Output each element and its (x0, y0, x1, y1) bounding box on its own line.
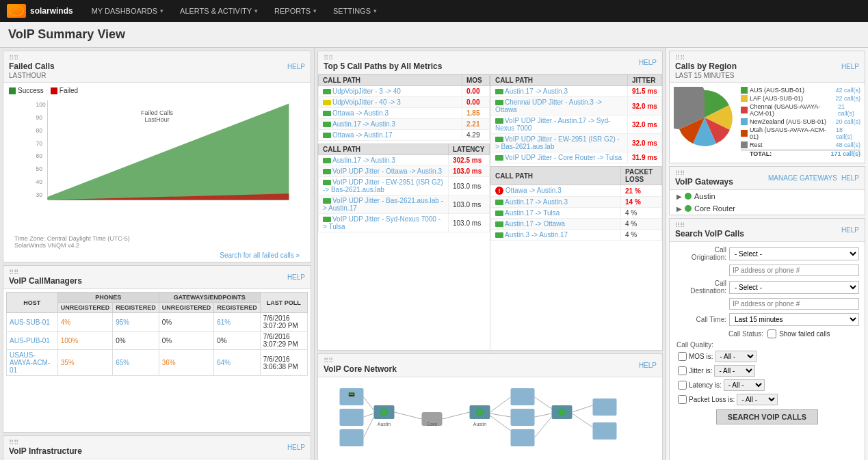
packet-loss-checkbox[interactable] (678, 395, 687, 404)
manage-gateways-link[interactable]: MANAGE GATEWAYS (768, 174, 837, 182)
gateway-expand-arrow[interactable]: ▶ (676, 193, 682, 200)
svg-line-31 (490, 414, 511, 417)
nav-alerts[interactable]: ALERTS & ACTIVITY ▾ (172, 0, 266, 22)
callmanagers-header: ⠿⠿ VoIP CallManagers HELP (3, 266, 311, 289)
path-icon (495, 89, 503, 94)
jitter-value: 32.0 ms (628, 116, 662, 134)
chart-inner-title: Failed CallsLastHour (141, 109, 173, 123)
path-icon (323, 89, 331, 94)
destination-label: CallDestination: (675, 280, 726, 295)
mos-select[interactable]: - All - (715, 351, 757, 362)
gateways-help[interactable]: HELP (841, 174, 859, 182)
path-link[interactable]: UdpVoipJitter - 40 -> 3 (332, 98, 401, 106)
path-link[interactable]: Austin.17 -> Austin.3 (505, 198, 568, 206)
nav-my-dashboards[interactable]: MY DASHBOARDS ▾ (83, 0, 172, 22)
drag-handle[interactable]: ⠿⠿ (324, 357, 397, 364)
host-link[interactable]: USAUS-AVAYA-ACM-01 (10, 351, 50, 374)
path-link[interactable]: UdpVoipJitter - 3 -> 40 (332, 87, 401, 95)
path-link[interactable]: VoIP UDP Jitter - EW-2951 (ISR G2) -> Ba… (323, 178, 443, 193)
drag-handle[interactable]: ⠿⠿ (324, 54, 442, 62)
mos-value: 0.00 (462, 86, 490, 97)
jitter-checkbox[interactable] (678, 366, 687, 375)
gateway-label[interactable]: Austin (694, 192, 715, 200)
latency-checkbox[interactable] (678, 381, 687, 390)
region-dot (741, 107, 748, 113)
path-link[interactable]: Austin.3 -> Austin.17 (505, 231, 568, 239)
path-icon (495, 211, 503, 216)
voip-infra-help[interactable]: HELP (287, 444, 305, 451)
svg-line-39 (535, 414, 552, 417)
drag-handle[interactable]: ⠿⠿ (675, 170, 733, 177)
search-voip-header: ⠿⠿ Search VoIP Calls HELP (670, 219, 865, 242)
gw-reg: 0% (214, 332, 261, 350)
origination-ip-input[interactable] (729, 265, 859, 276)
latency-select[interactable]: - All - (724, 379, 765, 391)
failed-calls-checkbox[interactable] (767, 329, 776, 338)
path-link[interactable]: VoIP UDP Jitter - Core Router -> Tulsa (505, 154, 622, 161)
path-link[interactable]: Austin.17 -> Tulsa (505, 209, 560, 217)
callmanagers-help[interactable]: HELP (287, 273, 305, 281)
path-link[interactable]: Chennai UDP Jitter - Austin.3 -> Ottawa (495, 98, 602, 113)
gateway-label[interactable]: Core Router (694, 204, 735, 213)
core-network-help[interactable]: HELP (639, 362, 657, 369)
destination-select[interactable]: - Select - (729, 281, 859, 294)
packet-loss-select[interactable]: - All - (737, 394, 778, 405)
path-link[interactable]: VoIP UDP Jitter - Bas-2621.aus.lab -> Au… (323, 197, 443, 212)
drag-handle[interactable]: ⠿⠿ (9, 439, 82, 446)
jitter-col-path: CALL PATH (491, 75, 628, 86)
host-link[interactable]: AUS-PUB-01 (10, 337, 50, 344)
path-link[interactable]: Austin.17 -> Austin.3 (332, 157, 395, 164)
phones-unreg: 35% (57, 350, 113, 376)
jitter-value: 31.9 ms (628, 152, 662, 163)
search-voip-button[interactable]: SEARCH VOIP CALLS (716, 409, 818, 424)
drag-handle[interactable]: ⠿⠿ (9, 54, 55, 62)
path-link[interactable]: Ottawa -> Austin.3 (332, 109, 389, 117)
gateway-item: ▶ Austin (670, 190, 865, 202)
jitter-select[interactable]: - All - (714, 365, 755, 377)
latency-table: CALL PATH LATENCY Austin.17 -> Austin.3 … (318, 144, 490, 232)
gateways-title: VoIP Gateways (675, 177, 733, 187)
latency-value: 103.0 ms (449, 166, 490, 177)
origination-select[interactable]: - Select - (729, 247, 859, 260)
mos-value: 1.85 (462, 108, 490, 119)
top5-help[interactable]: HELP (639, 59, 657, 66)
total-count: 171 call(s) (830, 150, 860, 157)
path-link[interactable]: VoIP UDP Jitter - Austin.17 -> Syd-Nexus… (495, 117, 610, 132)
path-link[interactable]: VoIP UDP Jitter - Ottawa -> Austin.3 (332, 167, 442, 175)
gateway-expand-arrow[interactable]: ▶ (676, 205, 682, 213)
search-voip-help[interactable]: HELP (841, 226, 859, 234)
mos-section: CALL PATH MOS UdpVoipJitter - 3 -> 40 0.… (318, 75, 490, 353)
path-link[interactable]: Austin.17 -> Austin.3 (505, 87, 568, 95)
nav-settings[interactable]: SETTINGS ▾ (325, 0, 385, 22)
latency-value: 103.0 ms (449, 177, 490, 195)
drag-handle[interactable]: ⠿⠿ (675, 54, 737, 62)
path-link[interactable]: VoIP UDP Jitter - Syd-Nexus 7000 -> Tuls… (323, 215, 440, 230)
calls-by-region-help[interactable]: HELP (841, 63, 859, 70)
path-link[interactable]: Ottawa -> Austin.3 (505, 187, 562, 194)
mos-checkbox[interactable] (678, 352, 687, 361)
packet-col-path: CALL PATH (491, 167, 621, 185)
legend-item: Chennai (USAUS-AVAYA-ACM-01) 21 call(s) (741, 103, 860, 117)
path-link[interactable]: Austin.17 -> Ottawa (505, 220, 565, 228)
path-link[interactable]: Austin.17 -> Austin.3 (332, 120, 395, 128)
mos-table: CALL PATH MOS UdpVoipJitter - 3 -> 40 0.… (318, 75, 490, 141)
destination-ip-input[interactable] (729, 298, 859, 310)
phones-unreg: 4% (57, 313, 113, 332)
core-network-panel: ⠿⠿ VoIP Core Network HELP 📟 Austin (317, 353, 663, 460)
drag-handle[interactable]: ⠿⠿ (9, 269, 82, 276)
path-link[interactable]: Ottawa -> Austin.17 (332, 131, 393, 139)
failed-calls-help[interactable]: HELP (287, 63, 305, 70)
path-link[interactable]: VoIP UDP Jitter - EW-2951 (ISR G2) -> Ba… (495, 135, 620, 150)
drag-handle[interactable]: ⠿⠿ (675, 221, 744, 229)
search-failed-calls-link[interactable]: Search for all failed calls » (9, 250, 305, 260)
nav-reports[interactable]: REPORTS ▾ (266, 0, 325, 22)
host-link[interactable]: AUS-SUB-01 (10, 319, 50, 326)
legend-item: LAF (AUS-SUB-01) 22 call(s) (741, 95, 860, 102)
failed-calls-panel: ⠿⠿ Failed Calls LASTHOUR HELP Success Fa… (3, 51, 311, 262)
calltime-select[interactable]: Last 15 minutes Last hour Last day (729, 313, 859, 326)
left-column: ⠿⠿ Failed Calls LASTHOUR HELP Success Fa… (0, 48, 315, 460)
region-count: 22 call(s) (835, 95, 860, 102)
path-icon (323, 111, 331, 116)
table-row: VoIP UDP Jitter - EW-2951 (ISR G2) -> Ba… (491, 134, 662, 152)
col-phones: PHONES (57, 293, 159, 303)
